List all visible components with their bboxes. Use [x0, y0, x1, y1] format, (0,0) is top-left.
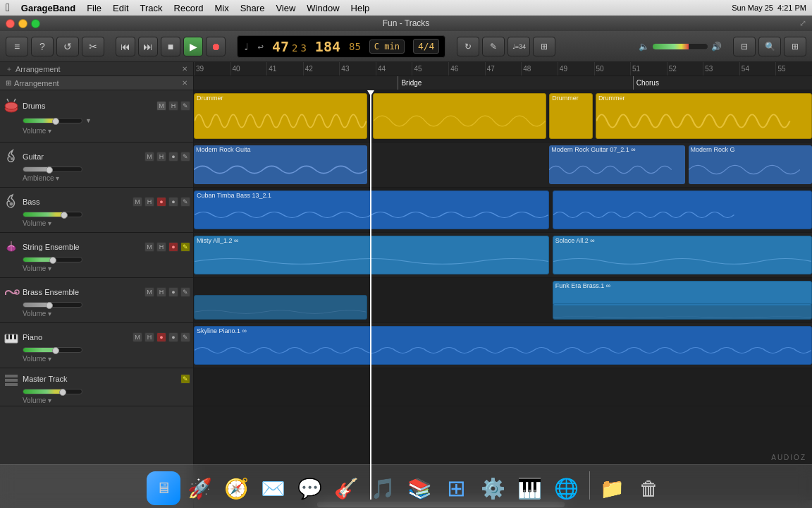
dock-item-piano[interactable]: 🎹 [513, 471, 547, 505]
record-button-bass[interactable]: ● [156, 197, 166, 207]
tempo-button[interactable]: ♩=34 [508, 37, 530, 56]
mute-button-brass[interactable]: M [144, 287, 154, 297]
menu-window[interactable]: Window [307, 3, 339, 13]
metronome-icon[interactable]: ♩ [243, 41, 249, 52]
edit-button-drums[interactable]: ✎ [180, 101, 190, 111]
volume-slider-piano[interactable] [23, 347, 82, 353]
timeline-area[interactable]: Bridge Chorus Dru [194, 76, 812, 508]
edit-button-piano[interactable]: ✎ [180, 332, 190, 342]
menu-help[interactable]: Help [351, 3, 370, 13]
volume-label-drums[interactable]: Volume ▾ [23, 127, 51, 135]
record-button[interactable]: ⏺ [206, 37, 226, 56]
headphones-button-brass[interactable]: H [156, 287, 166, 297]
mute-button-string[interactable]: M [144, 242, 154, 252]
volume-knob-string[interactable] [49, 257, 56, 264]
editor-button[interactable]: ⊟ [733, 37, 756, 56]
menu-share[interactable]: Share [240, 3, 265, 13]
menu-record[interactable]: Record [174, 3, 204, 13]
region-guitar-2[interactable]: Modern Rock Guitar 07_2.1 ∞ [549, 145, 685, 184]
dock-item-appstore[interactable]: ⊞ [440, 471, 474, 505]
volume-label-string[interactable]: Volume ▾ [23, 265, 51, 272]
dock-item-safari[interactable]: 🧭 [220, 471, 254, 505]
rewind-button[interactable]: ⏮ [116, 37, 135, 56]
volume-label-master[interactable]: Volume ▾ [23, 397, 51, 404]
region-bass-2[interactable] [553, 190, 812, 229]
volume-label-brass[interactable]: Volume ▾ [23, 310, 51, 318]
solo-button-brass[interactable]: ● [168, 287, 178, 297]
region-brass-1[interactable] [194, 295, 367, 320]
dock-item-messages[interactable]: 💬 [293, 471, 327, 505]
edit-button-bass[interactable]: ✎ [180, 197, 190, 207]
volume-label-piano[interactable]: Volume ▾ [23, 355, 51, 363]
volume-knob-brass[interactable] [46, 302, 53, 309]
volume-slider-master[interactable] [23, 389, 82, 394]
dock-item-stack[interactable]: 📁 [596, 471, 629, 505]
volume-slider-drums[interactable] [23, 118, 82, 123]
ambience-label-guitar[interactable]: Ambience ▾ [23, 174, 59, 182]
dock-item-finder[interactable]: 🖥 [147, 471, 180, 505]
region-piano-1[interactable]: Skyline Piano.1 ∞ [194, 326, 812, 365]
region-area[interactable]: Drummer [194, 90, 812, 500]
region-guitar-1[interactable]: Modern Rock Guita [194, 145, 367, 184]
volume-slider-bass[interactable] [23, 212, 82, 217]
arrangement-settings-icon[interactable]: ✕ [182, 79, 187, 87]
library-button[interactable]: ≡ [6, 37, 28, 56]
mute-button-bass[interactable]: M [133, 197, 142, 207]
headphones-button-bass[interactable]: H [144, 197, 154, 207]
record-button-string[interactable]: ● [168, 242, 178, 252]
mute-button-guitar[interactable]: M [144, 152, 154, 162]
browser-button[interactable]: ⊞ [784, 37, 806, 56]
volume-knob-master[interactable] [59, 389, 66, 396]
volume-slider-string[interactable] [23, 257, 82, 262]
edit-button-master[interactable]: ✎ [180, 374, 190, 384]
stop-button[interactable]: ■ [161, 37, 180, 56]
edit-button-brass[interactable]: ✎ [180, 287, 190, 297]
app-name[interactable]: GarageBand [21, 3, 75, 13]
volume-knob-drums[interactable] [52, 118, 59, 125]
dock-item-launchpad[interactable]: 🚀 [183, 471, 217, 505]
region-drums-2[interactable] [373, 93, 546, 139]
menu-edit[interactable]: Edit [113, 3, 128, 13]
maximize-button[interactable] [31, 19, 40, 28]
region-bass-1[interactable]: Cuban Timba Bass 13_2.1 [194, 190, 549, 229]
time-sig-display[interactable]: 4/4 [413, 39, 439, 54]
master-volume-bar[interactable] [652, 43, 708, 50]
volume-knob-guitar[interactable] [46, 167, 53, 174]
solo-button-bass[interactable]: ● [168, 197, 178, 207]
fullscreen-icon[interactable]: ⤢ [799, 18, 806, 28]
help-button[interactable]: ? [31, 37, 54, 56]
apple-menu[interactable]:  [6, 1, 10, 14]
menu-view[interactable]: View [276, 3, 295, 13]
menu-mix[interactable]: Mix [214, 3, 228, 13]
region-brass-2[interactable]: Funk Era Brass.1 ∞ [553, 281, 812, 306]
dock-item-mail[interactable]: ✉️ [257, 471, 290, 505]
add-track-button[interactable]: ＋ [6, 64, 13, 74]
headphones-button-string[interactable]: H [156, 242, 166, 252]
region-drums-3[interactable]: Drummer [549, 93, 592, 139]
headphones-button-drums[interactable]: H [168, 101, 178, 111]
arrangement-close-icon[interactable]: ✕ [182, 65, 187, 73]
play-button[interactable]: ▶ [183, 37, 203, 56]
region-drums-4[interactable]: Drummer [596, 93, 812, 139]
region-string-2[interactable]: Solace All.2 ∞ [553, 236, 812, 274]
menu-track[interactable]: Track [140, 3, 163, 13]
dock-item-books[interactable]: 📚 [403, 471, 437, 505]
count-in-icon[interactable]: ↩ [257, 41, 263, 52]
fast-forward-button[interactable]: ⏭ [138, 37, 158, 56]
region-string-1[interactable]: Misty All_1.2 ∞ [194, 236, 549, 274]
edit-button[interactable]: ✎ [482, 37, 505, 56]
dock-item-preferences[interactable]: ⚙️ [476, 471, 510, 505]
headphones-button-guitar[interactable]: H [156, 152, 166, 162]
edit-button-string[interactable]: ✎ [180, 242, 190, 252]
key-display[interactable]: C min [369, 40, 405, 54]
dock-item-internet[interactable]: 🌐 [550, 471, 584, 505]
mute-button-drums[interactable]: M [156, 101, 166, 111]
close-button[interactable] [6, 19, 15, 28]
headphones-button-piano[interactable]: H [144, 332, 154, 342]
region-brass-3[interactable] [553, 303, 812, 320]
volume-slider-brass[interactable] [23, 302, 82, 308]
mute-button-piano[interactable]: M [133, 332, 142, 342]
dock-item-trash[interactable]: 🗑 [632, 471, 666, 505]
record-button-piano[interactable]: ● [156, 332, 166, 342]
dock-item-itunes[interactable]: 🎵 [367, 471, 400, 505]
